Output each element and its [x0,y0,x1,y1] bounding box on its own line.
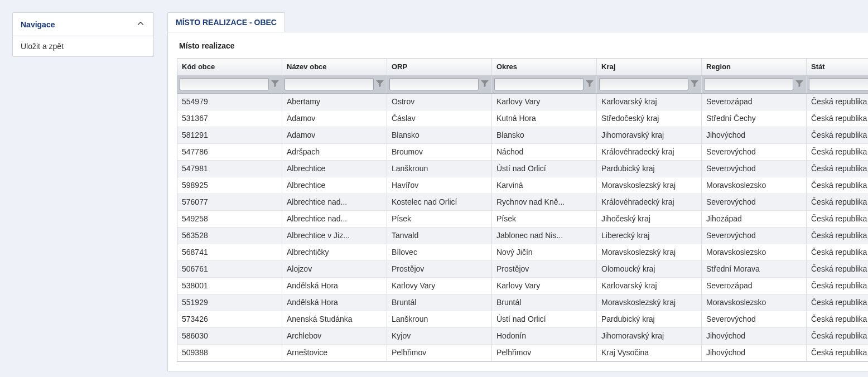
table-cell: 547786 [177,143,282,160]
table-cell: Náchod [492,143,597,160]
table-cell: Severovýchod [702,194,807,210]
table-cell: Jihovýchod [702,127,807,143]
nav-header[interactable]: Navigace [13,13,153,36]
table-cell: Andělská Hora [282,294,387,311]
column-header[interactable]: Okres [492,59,597,75]
filter-input[interactable] [389,78,479,90]
table-cell: Pelhřimov [387,344,492,361]
table-cell: Karlovy Vary [387,277,492,294]
table-row[interactable]: 547786AdršpachBroumovNáchodKrálovéhradec… [177,143,868,160]
filter-icon[interactable] [480,79,489,90]
table-cell: Karlovarský kraj [597,277,702,294]
table-row[interactable]: 598925AlbrechticeHavířovKarvináMoravskos… [177,177,868,194]
table-cell: Kyjov [387,327,492,344]
filter-icon[interactable] [585,79,594,90]
table-cell: 538001 [177,277,282,294]
filter-input[interactable] [599,78,688,90]
table-cell: 509388 [177,344,282,361]
chevron-up-icon [136,18,146,30]
table-row[interactable]: 581291AdamovBlanskoBlanskoJihomoravský k… [177,127,868,143]
table-cell: Královéhradecký kraj [597,194,702,210]
filter-input[interactable] [494,78,584,90]
column-header[interactable]: Region [702,59,807,75]
table-cell: Archlebov [282,327,387,344]
table-cell: Česká republika [807,177,869,194]
column-header[interactable]: Stát [807,59,869,75]
table-row[interactable]: 551929Andělská HoraBruntálBruntálMoravsk… [177,294,868,311]
tab-misto-realizace-obec[interactable]: MÍSTO REALIZACE - OBEC [167,12,285,32]
table-cell: Ostrov [387,93,492,110]
table-row[interactable]: 576077Albrechtice nad...Kostelec nad Orl… [177,194,868,210]
table-cell: Severovýchod [702,160,807,177]
table-row[interactable]: 509388ArneštovicePelhřimovPelhřimovKraj … [177,344,868,361]
table-cell: Moravskoslezský kraj [597,294,702,311]
table-cell: Česká republika [807,311,869,327]
table-row[interactable]: 549258Albrechtice nad...PísekPísekJihoče… [177,210,868,227]
table-row[interactable]: 538001Andělská HoraKarlovy VaryKarlovy V… [177,277,868,294]
filter-icon[interactable] [271,79,279,90]
table-cell: Hodonín [492,327,597,344]
table-cell: 554979 [177,93,282,110]
table-cell: Česká republika [807,244,869,260]
table-cell: Andělská Hora [282,277,387,294]
table-cell: Albrechtice [282,177,387,194]
table-cell: Albrechtice nad... [282,210,387,227]
table-cell: Jihomoravský kraj [597,127,702,143]
table-cell: Jablonec nad Nis... [492,227,597,244]
filter-icon[interactable] [690,79,699,90]
table-cell: Česká republika [807,127,869,143]
table-cell: Česká republika [807,260,869,277]
table-cell: Blansko [387,127,492,143]
table-cell: Prostějov [492,260,597,277]
column-header[interactable]: Název obce [282,59,387,75]
column-header[interactable]: ORP [387,59,492,75]
table-cell: Nový Jičín [492,244,597,260]
filter-icon[interactable] [795,79,804,90]
table-row[interactable]: 586030ArchlebovKyjovHodonínJihomoravský … [177,327,868,344]
table-cell: Anenská Studánka [282,311,387,327]
table-cell: Ústí nad Orlicí [492,311,597,327]
table-cell: Prostějov [387,260,492,277]
nav-item-save-back[interactable]: Uložit a zpět [13,36,153,56]
table-cell: Olomoucký kraj [597,260,702,277]
table-row[interactable]: 506761AlojzovProstějovProstějovOlomoucký… [177,260,868,277]
table-cell: Albrechtice v Jiz... [282,227,387,244]
left-table: Kód obceNázev obceORPOkresKrajRegionStát… [177,58,868,362]
filter-input[interactable] [704,78,793,90]
table-cell: Česká republika [807,227,869,244]
section-title: Místo realizace [177,41,868,50]
column-header[interactable]: Kraj [597,59,702,75]
filter-input[interactable] [284,78,374,90]
table-row[interactable]: 547981AlbrechticeLanškrounÚstí nad Orlic… [177,160,868,177]
table-cell: Severovýchod [702,311,807,327]
table-cell: 531367 [177,110,282,127]
table-cell: Albrechtice nad... [282,194,387,210]
filter-input[interactable] [180,78,269,90]
filter-input[interactable] [809,78,868,90]
table-cell: Středočeský kraj [597,110,702,127]
table-cell: Rychnov nad Kně... [492,194,597,210]
table-cell: Královéhradecký kraj [597,143,702,160]
table-cell: 581291 [177,127,282,143]
filter-icon[interactable] [375,79,384,90]
table-row[interactable]: 568741AlbrechtičkyBílovecNový JičínMorav… [177,244,868,260]
table-cell: Bruntál [492,294,597,311]
table-row[interactable]: 573426Anenská StudánkaLanškrounÚstí nad … [177,311,868,327]
table-row[interactable]: 563528Albrechtice v Jiz...TanvaldJablone… [177,227,868,244]
table-cell: Moravskoslezský kraj [597,177,702,194]
table-cell: Česká republika [807,194,869,210]
table-cell: Lanškroun [387,311,492,327]
table-cell: Písek [387,210,492,227]
table-row[interactable]: 531367AdamovČáslavKutná HoraStředočeský … [177,110,868,127]
table-cell: Adamov [282,127,387,143]
table-cell: Kostelec nad Orlicí [387,194,492,210]
table-cell: Moravskoslezský kraj [597,244,702,260]
table-cell: Jihozápad [702,210,807,227]
table-cell: Moravskoslezsko [702,294,807,311]
table-cell: Adršpach [282,143,387,160]
column-header[interactable]: Kód obce [177,59,282,75]
table-cell: Ústí nad Orlicí [492,160,597,177]
table-cell: 576077 [177,194,282,210]
table-row[interactable]: 554979AbertamyOstrovKarlovy VaryKarlovar… [177,93,868,110]
table-cell: Severovýchod [702,143,807,160]
